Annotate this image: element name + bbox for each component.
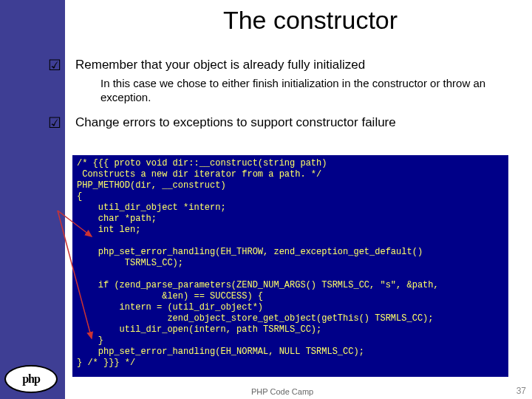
checkmark-icon: ☑ [44, 58, 65, 72]
page-number: 37 [516, 386, 526, 396]
bullet-1-sub: In this case we chose to either finish i… [100, 77, 492, 105]
bullet-1-text: Remember that your object is already ful… [75, 58, 365, 72]
main-area: The constructor ☑ Remember that your obj… [0, 0, 532, 399]
bullet-1: ☑ Remember that your object is already f… [44, 58, 365, 72]
bullet-2-text: Change errors to exceptions to support c… [75, 115, 396, 130]
slide-title: The constructor [111, 6, 510, 35]
php-logo: php [4, 365, 61, 395]
slide: The constructor ☑ Remember that your obj… [0, 0, 532, 399]
checkmark-icon: ☑ [44, 115, 65, 130]
logo-text: php [4, 365, 58, 393]
code-block: /* {{{ proto void dir::__construct(strin… [72, 155, 508, 377]
bullet-2: ☑ Change errors to exceptions to support… [44, 115, 396, 130]
footer-text: PHP Code Camp [251, 387, 313, 396]
